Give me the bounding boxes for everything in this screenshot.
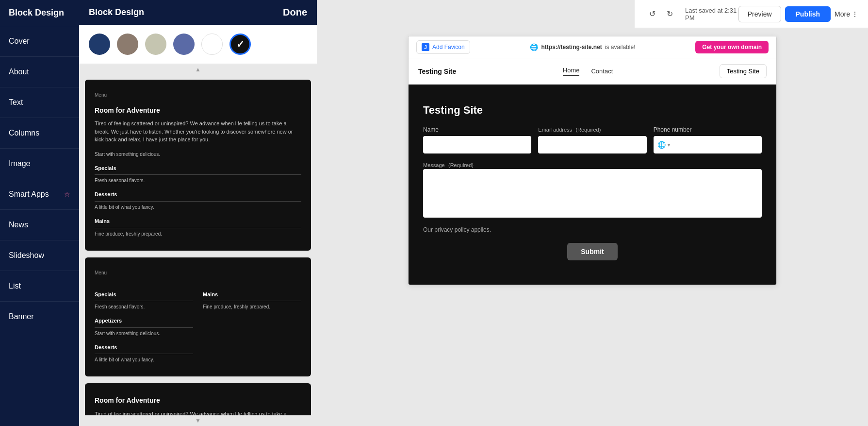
sidebar-item-cover[interactable]: Cover xyxy=(0,26,79,57)
nav-cta-button[interactable]: Testing Site xyxy=(720,64,767,78)
form-group-email: Email address (Required) xyxy=(538,126,646,153)
undo-button[interactable]: ↺ xyxy=(644,6,660,22)
design-scroll-area[interactable]: Menu Room for Adventure Tired of feeling… xyxy=(79,75,317,415)
sidebar-item-columns[interactable]: Columns xyxy=(0,118,79,149)
nav-links: Home Contact xyxy=(563,67,613,76)
phone-input-wrapper[interactable]: 🌐 ▾ xyxy=(654,136,762,153)
globe-icon: 🌐 xyxy=(530,43,538,51)
undo-redo-group: ↺ ↻ xyxy=(644,6,677,22)
sidebar-item-list[interactable]: List xyxy=(0,271,79,302)
phone-flag-icon: 🌐 xyxy=(657,141,666,149)
message-textarea[interactable] xyxy=(423,169,762,218)
name-label: Name xyxy=(423,126,531,133)
more-button[interactable]: More ⋮ xyxy=(835,10,858,18)
privacy-policy-link[interactable]: privacy policy xyxy=(434,226,469,233)
email-input[interactable] xyxy=(538,136,646,153)
message-label: Message (Required) xyxy=(423,162,474,169)
nav-link-contact[interactable]: Contact xyxy=(591,68,613,75)
site-name: Testing Site xyxy=(418,68,456,75)
design-panel: Block Design Done ✓ ▲ Menu Room for Adve… xyxy=(79,0,317,426)
sidebar-item-about[interactable]: About xyxy=(0,57,79,87)
site-hero: Testing Site Name Email address (Require… xyxy=(409,85,776,285)
get-domain-button[interactable]: Get your own domain xyxy=(695,41,769,53)
site-nav: Testing Site Home Contact Testing Site xyxy=(409,58,776,85)
done-button[interactable]: Done xyxy=(283,7,307,18)
top-bar: ↺ ↻ Last saved at 2:31 PM Preview Publis… xyxy=(635,0,868,28)
site-top-bar: J Add Favicon 🌐 https://testing-site.net… xyxy=(409,36,776,58)
name-input[interactable] xyxy=(423,136,531,153)
color-swatches-row: ✓ xyxy=(79,25,317,64)
add-favicon-button[interactable]: J Add Favicon xyxy=(416,40,470,54)
favicon-icon: J xyxy=(422,43,429,51)
template-card-3[interactable]: Room for Adventure Tired of feeling scat… xyxy=(85,383,311,415)
scroll-indicator-up: ▲ xyxy=(79,64,317,75)
form-group-message: Message (Required) xyxy=(423,160,762,220)
star-icon: ☆ xyxy=(64,190,70,198)
preview-area: ↺ ↻ Last saved at 2:31 PM Preview Publis… xyxy=(317,0,868,426)
sidebar-item-text[interactable]: Text xyxy=(0,87,79,118)
publish-button[interactable]: Publish xyxy=(785,6,831,22)
preview-button[interactable]: Preview xyxy=(738,6,781,22)
privacy-text: Our privacy policy applies. xyxy=(423,226,762,233)
site-preview: J Add Favicon 🌐 https://testing-site.net… xyxy=(408,36,777,285)
color-swatch-white[interactable] xyxy=(201,34,223,55)
design-panel-title: Block Design xyxy=(89,7,144,17)
template-card-1[interactable]: Menu Room for Adventure Tired of feeling… xyxy=(85,80,311,251)
color-swatch-sage[interactable] xyxy=(145,34,166,55)
sidebar-item-news[interactable]: News xyxy=(0,210,79,240)
phone-label: Phone number xyxy=(654,126,762,133)
top-bar-right: Preview Publish More ⋮ xyxy=(738,6,858,22)
sidebar-item-smart-apps[interactable]: Smart Apps ☆ xyxy=(0,179,79,210)
block-type-sidebar: Block Design Cover About Text Columns Im… xyxy=(0,0,79,426)
preview-inner: J Add Favicon 🌐 https://testing-site.net… xyxy=(317,28,868,426)
form-group-name: Name xyxy=(423,126,531,153)
phone-dropdown-icon: ▾ xyxy=(668,142,670,148)
scroll-indicator-down: ▼ xyxy=(79,415,317,426)
redo-button[interactable]: ↻ xyxy=(662,6,677,22)
form-group-phone: Phone number 🌐 ▾ xyxy=(654,126,762,153)
template-card-2[interactable]: Menu Specials Fresh seasonal flavors. Ap… xyxy=(85,257,311,377)
color-swatch-slate-blue[interactable] xyxy=(173,34,195,55)
design-panel-header: Block Design Done xyxy=(79,0,317,25)
top-bar-left: ↺ ↻ Last saved at 2:31 PM xyxy=(644,6,738,22)
color-swatch-black[interactable]: ✓ xyxy=(229,34,251,55)
submit-button[interactable]: Submit xyxy=(567,243,617,260)
color-swatch-navy[interactable] xyxy=(89,34,110,55)
form-row-1: Name Email address (Required) Phone numb… xyxy=(423,126,762,153)
block-sidebar-title: Block Design xyxy=(0,0,79,26)
color-swatch-taupe[interactable] xyxy=(117,34,138,55)
nav-link-home[interactable]: Home xyxy=(563,67,580,76)
hero-title: Testing Site xyxy=(423,104,762,117)
sidebar-item-image[interactable]: Image xyxy=(0,149,79,179)
sidebar-item-slideshow[interactable]: Slideshow xyxy=(0,240,79,271)
domain-info: 🌐 https://testing-site.net is available! xyxy=(530,43,635,51)
sidebar-item-banner[interactable]: Banner xyxy=(0,302,79,332)
saved-status: Last saved at 2:31 PM xyxy=(685,7,738,21)
more-chevron-icon: ⋮ xyxy=(852,10,858,18)
email-label: Email address (Required) xyxy=(538,126,646,133)
